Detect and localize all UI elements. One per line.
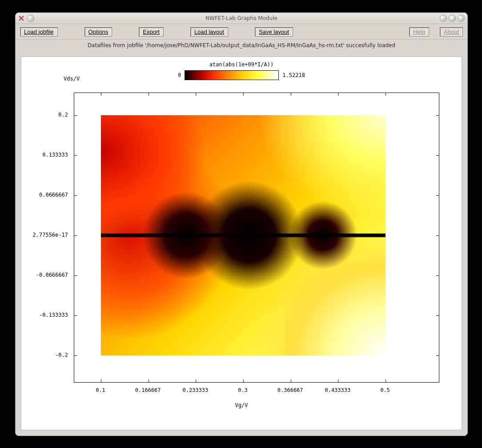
- x-tick-label: 0.433333: [325, 387, 350, 393]
- main-window: NWFET-Lab Graphs Module Load jobfile Opt…: [15, 12, 468, 436]
- about-button[interactable]: About: [440, 27, 463, 36]
- app-icon: [18, 15, 24, 21]
- window-menu-icon[interactable]: [27, 15, 34, 22]
- colorbar-min: 0: [178, 72, 181, 78]
- colorbar: 0 1.52218: [178, 70, 305, 80]
- y-tick-label: -0.2: [21, 352, 68, 358]
- x-tick-label: 0.5: [380, 387, 390, 393]
- save-layout-button[interactable]: Save layout: [255, 27, 293, 36]
- x-tick-label: 0.3: [238, 387, 248, 393]
- maximize-icon[interactable]: [449, 15, 456, 22]
- y-tick-label: -0.133333: [21, 312, 68, 318]
- load-jobfile-button[interactable]: Load jobfile: [20, 27, 58, 36]
- status-text: Datafiles from jobfile '/home/jose/PhD/N…: [16, 40, 467, 50]
- y-tick-label: 0.133333: [21, 152, 68, 158]
- y-axis-label: Vds/V: [64, 76, 80, 82]
- minimize-icon[interactable]: [440, 15, 447, 22]
- plot-panel: atan(abs(1e+09*I/A)) 0 1.52218 Vds/V 0.2…: [21, 57, 462, 430]
- heatmap: [101, 115, 386, 355]
- help-button[interactable]: Help: [409, 27, 429, 36]
- plot-frame: [74, 93, 439, 383]
- colorbar-gradient: [185, 70, 279, 80]
- x-tick-label: 0.1: [96, 387, 105, 393]
- colorbar-title: atan(abs(1e+09*I/A)): [21, 61, 462, 68]
- export-button[interactable]: Export: [139, 27, 164, 36]
- toolbar: Load jobfile Options Export Load layout …: [16, 24, 467, 40]
- x-tick-label: 0.366667: [277, 387, 303, 393]
- titlebar[interactable]: NWFET-Lab Graphs Module: [16, 13, 467, 24]
- y-tick-label: 0.0666667: [21, 192, 68, 198]
- close-icon[interactable]: [458, 15, 465, 22]
- options-button[interactable]: Options: [84, 27, 112, 36]
- y-tick-label: -0.0666667: [21, 272, 68, 278]
- colorbar-max: 1.52218: [282, 72, 305, 78]
- x-axis-label: Vg/V: [21, 402, 462, 408]
- load-layout-button[interactable]: Load layout: [190, 27, 228, 36]
- x-tick-label: 0.166667: [135, 387, 161, 393]
- x-tick-label: 0.233333: [182, 387, 208, 393]
- y-tick-label: 0.2: [21, 112, 68, 118]
- window-title: NWFET-Lab Graphs Module: [16, 15, 467, 21]
- y-tick-label: 2.77556e-17: [21, 232, 68, 238]
